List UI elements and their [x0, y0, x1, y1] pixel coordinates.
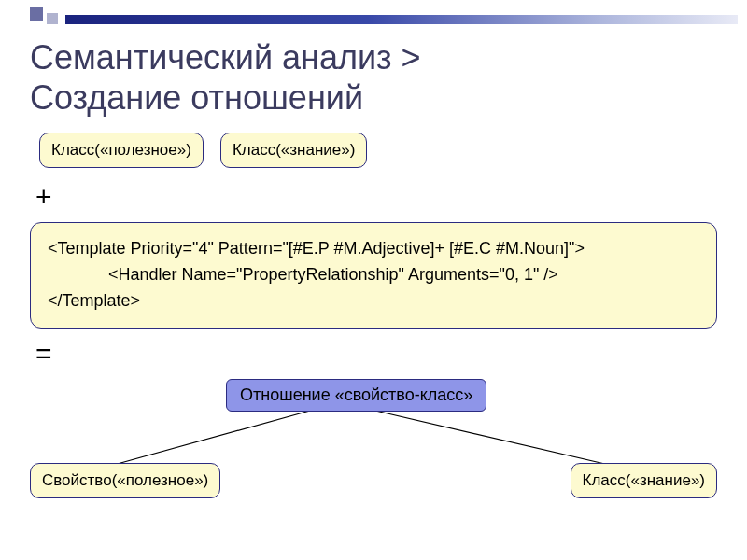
code-line3: </Template> — [48, 291, 140, 310]
title-line1: Семантический анализ > — [30, 38, 421, 77]
template-code-box: <Template Priority="4" Pattern="[#E.P #M… — [30, 222, 717, 329]
decor-square — [47, 13, 58, 24]
decor-bar — [65, 15, 738, 24]
plus-symbol: + — [35, 181, 717, 213]
slide-title: Семантический анализ > Создание отношени… — [30, 37, 717, 118]
svg-line-1 — [375, 411, 609, 465]
equals-symbol: = — [35, 338, 717, 370]
relation-box: Отношение «свойство-класс» — [226, 379, 486, 412]
header-decor — [0, 4, 747, 28]
top-classes-row: Класс(«полезное») Класс(«знание») — [39, 133, 717, 168]
class-box-znanie: Класс(«знание») — [220, 133, 367, 168]
property-box-poleznoe: Свойство(«полезное») — [30, 463, 220, 498]
class-box-znanie-result: Класс(«знание») — [571, 463, 717, 498]
slide-content: Семантический анализ > Создание отношени… — [30, 32, 717, 551]
result-diagram: Отношение «свойство-класс» Свойство(«пол… — [30, 379, 717, 519]
title-line2: Создание отношений — [30, 78, 363, 117]
class-box-poleznoe: Класс(«полезное») — [39, 133, 204, 168]
code-line1: <Template Priority="4" Pattern="[#E.P #M… — [48, 239, 585, 258]
code-line2: <Handler Name="PropertyRelationship" Arg… — [48, 265, 558, 284]
decor-square — [30, 7, 43, 21]
svg-line-0 — [114, 411, 310, 465]
